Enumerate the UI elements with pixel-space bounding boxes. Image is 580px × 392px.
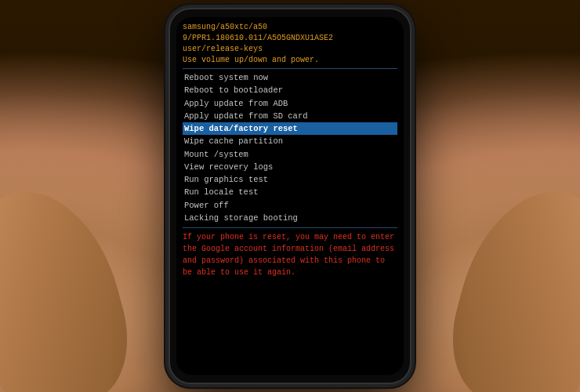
recovery-menu: samsung/a50xtc/a50 9/PPR1.180610.011/A5O… xyxy=(176,17,404,375)
menu-item-4-selected[interactable]: Wipe data/factory reset xyxy=(183,122,397,135)
menu-item-9[interactable]: Run locale test xyxy=(183,186,397,198)
menu-item-5[interactable]: Wipe cache partition xyxy=(183,135,397,147)
menu-item-2[interactable]: Apply update from ADB xyxy=(183,97,397,110)
header-line4: Use volume up/down and power. xyxy=(183,55,397,66)
phone-screen: samsung/a50xtc/a50 9/PPR1.180610.011/A5O… xyxy=(176,17,404,375)
menu-item-8[interactable]: Run graphics test xyxy=(183,173,397,186)
menu-item-10[interactable]: Power off xyxy=(183,199,397,212)
volume-down-button xyxy=(169,100,170,127)
warning-section: If your phone is reset, you may need to … xyxy=(183,227,397,278)
menu-item-6[interactable]: Mount /system xyxy=(183,148,397,161)
volume-up-button xyxy=(169,72,170,92)
header-divider xyxy=(183,68,397,69)
header-line3: user/release-keys xyxy=(183,44,397,55)
menu-item-7[interactable]: View recovery logs xyxy=(183,161,397,173)
menu-item-3[interactable]: Apply update from SD card xyxy=(183,110,397,122)
warning-text: If your phone is reset, you may need to … xyxy=(183,231,397,278)
power-button xyxy=(410,88,411,119)
menu-item-1[interactable]: Reboot to bootloader xyxy=(183,84,397,96)
scene: samsung/a50xtc/a50 9/PPR1.180610.011/A5O… xyxy=(0,0,580,392)
bixby-button xyxy=(169,135,170,162)
menu-item-11[interactable]: Lacking storage booting xyxy=(183,212,397,224)
header-line1: samsung/a50xtc/a50 xyxy=(183,22,397,33)
phone: samsung/a50xtc/a50 9/PPR1.180610.011/A5O… xyxy=(169,8,411,384)
menu-item-0[interactable]: Reboot system now xyxy=(183,71,397,84)
header-line2: 9/PPR1.180610.011/A5O5GNDXU1ASE2 xyxy=(183,33,397,44)
